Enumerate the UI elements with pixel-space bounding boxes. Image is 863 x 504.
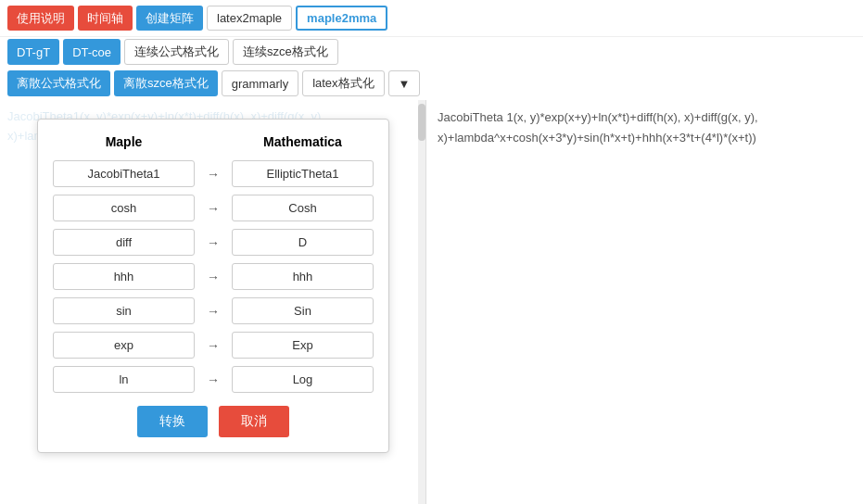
mma-cell: hhh xyxy=(232,263,374,290)
toolbar-row2: DT-gT DT-coe 连续公式格式化 连续szce格式化 xyxy=(0,37,863,69)
arrow-icon: → xyxy=(195,270,232,284)
maple-cell: hhh xyxy=(53,263,195,290)
toolbar-row1: 使用说明 时间轴 创建矩阵 latex2maple maple2mma xyxy=(0,0,863,37)
mma-cell: Sin xyxy=(232,297,374,324)
dialog-header: Maple Mathematica xyxy=(53,134,374,149)
cancel-button[interactable]: 取消 xyxy=(219,406,289,437)
discrete-szce-btn[interactable]: 离散szce格式化 xyxy=(114,70,218,96)
dt-coe-btn[interactable]: DT-coe xyxy=(63,39,121,65)
latex2maple-btn[interactable]: latex2maple xyxy=(207,6,292,31)
arrow-icon: → xyxy=(195,304,232,319)
continuous-szce-btn[interactable]: 连续szce格式化 xyxy=(233,39,338,65)
convert-button[interactable]: 转换 xyxy=(137,406,208,437)
arrow-icon: → xyxy=(195,235,232,250)
toolbar-row3: 离散公式格式化 离散szce格式化 grammarly latex格式化 ▼ xyxy=(0,69,863,100)
maple-cell: JacobiTheta1 xyxy=(53,160,195,187)
help-btn[interactable]: 使用说明 xyxy=(7,6,74,31)
mma-cell: Exp xyxy=(232,332,374,359)
maple-cell: ln xyxy=(53,366,195,393)
latex-format-btn[interactable]: latex格式化 xyxy=(302,70,384,96)
maple-header: Maple xyxy=(53,134,195,149)
table-row: exp → Exp xyxy=(53,332,374,359)
timeline-btn[interactable]: 时间轴 xyxy=(78,6,133,31)
arrow-icon: → xyxy=(195,167,232,182)
dt-gt-btn[interactable]: DT-gT xyxy=(7,39,59,65)
arrow-icon: → xyxy=(195,201,232,216)
discrete-formula-btn[interactable]: 离散公式格式化 xyxy=(7,70,110,96)
main-area: JacobiTheta1(x, y)*exp(x+y)+ln(x*t)+diff… xyxy=(0,100,863,504)
arrow-icon: → xyxy=(195,372,232,387)
mma-cell: Cosh xyxy=(232,195,374,221)
dialog-footer: 转换 取消 xyxy=(53,406,374,437)
scrollbar[interactable] xyxy=(418,100,425,504)
dialog-overlay: Maple Mathematica JacobiTheta1 → Ellipti… xyxy=(0,100,426,504)
create-matrix-btn[interactable]: 创建矩阵 xyxy=(136,6,203,31)
mma-cell: Log xyxy=(232,366,374,393)
right-panel: JacobiTheta 1(x, y)*exp(x+y)+ln(x*t)+dif… xyxy=(426,100,863,504)
conversion-dialog: Maple Mathematica JacobiTheta1 → Ellipti… xyxy=(37,119,389,453)
continuous-formula-btn[interactable]: 连续公式格式化 xyxy=(124,39,229,65)
grammarly-btn[interactable]: grammarly xyxy=(222,70,298,96)
table-row: hhh → hhh xyxy=(53,263,374,290)
maple-cell: sin xyxy=(53,297,195,324)
right-formula: JacobiTheta 1(x, y)*exp(x+y)+ln(x*t)+dif… xyxy=(438,110,758,145)
scroll-thumb[interactable] xyxy=(418,104,425,141)
mma-cell: D xyxy=(232,229,374,256)
table-row: diff → D xyxy=(53,229,374,256)
left-panel: JacobiTheta1(x, y)*exp(x+y)+ln(x*t)+diff… xyxy=(0,100,426,504)
more-dropdown-btn[interactable]: ▼ xyxy=(388,70,421,96)
table-row: cosh → Cosh xyxy=(53,195,374,221)
table-row: ln → Log xyxy=(53,366,374,393)
maple-cell: exp xyxy=(53,332,195,359)
maple2mma-btn[interactable]: maple2mma xyxy=(296,6,387,31)
mma-header: Mathematica xyxy=(232,134,374,149)
mma-cell: EllipticTheta1 xyxy=(232,160,374,187)
table-row: sin → Sin xyxy=(53,297,374,324)
maple-cell: cosh xyxy=(53,195,195,221)
maple-cell: diff xyxy=(53,229,195,256)
arrow-icon: → xyxy=(195,338,232,353)
table-row: JacobiTheta1 → EllipticTheta1 xyxy=(53,160,374,187)
